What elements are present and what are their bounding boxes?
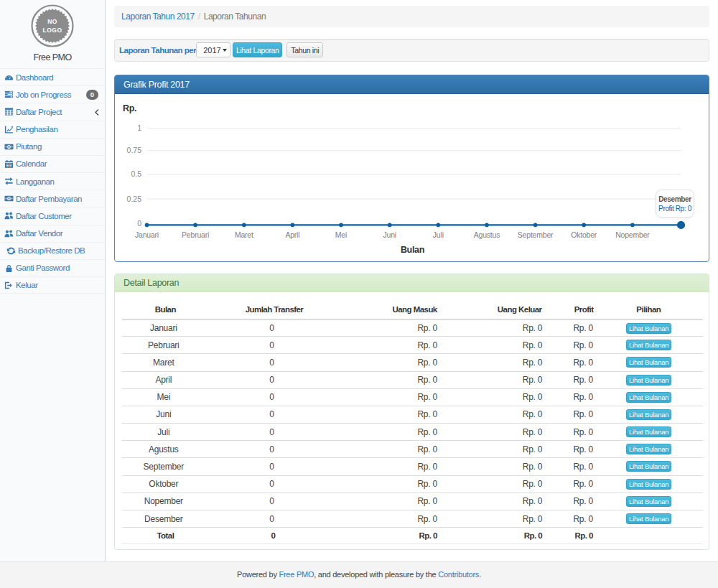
svg-text:NO: NO — [47, 18, 57, 25]
svg-text:LOGO: LOGO — [42, 27, 62, 34]
